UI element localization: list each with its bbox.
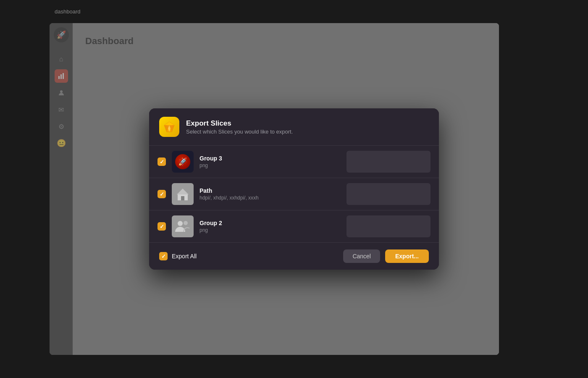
slice-preview-group3 — [346, 151, 430, 173]
svg-point-13 — [178, 221, 183, 226]
dialog-subtitle: Select which Slices you would like to ex… — [186, 129, 293, 135]
slice-info-group2: Group 2 png — [200, 220, 341, 233]
dialog-header-text: Export Slices Select which Slices you wo… — [186, 119, 293, 135]
slice-preview-group2 — [346, 215, 430, 237]
slice-name-path: Path — [200, 187, 341, 194]
top-bar-title: dashboard — [55, 8, 80, 15]
slice-name-group2: Group 2 — [200, 220, 341, 226]
slice-checkbox-group3[interactable] — [158, 158, 166, 166]
slice-name-group3: Group 3 — [200, 155, 341, 162]
slice-row-group3: Group 3 png — [149, 146, 439, 178]
export-button[interactable]: Export... — [385, 249, 429, 263]
slice-info-group3: Group 3 png — [200, 155, 341, 168]
svg-marker-11 — [177, 189, 189, 194]
svg-rect-12 — [181, 196, 184, 200]
slice-meta-group2: png — [200, 227, 341, 233]
slices-list: Group 3 png Path hdpi/, xhdpi/, xxhdpi/,… — [149, 146, 439, 242]
slice-meta-group3: png — [200, 163, 341, 168]
export-all-wrap: Export All — [159, 252, 343, 260]
slice-info-path: Path hdpi/, xhdpi/, xxhdpi/, xxxh — [200, 187, 341, 201]
export-all-label: Export All — [172, 253, 197, 260]
slice-thumb-group3 — [172, 151, 194, 173]
dialog-header: Export Slices Select which Slices you wo… — [149, 108, 439, 146]
slice-row-group2: Group 2 png — [149, 210, 439, 242]
export-slices-dialog: Export Slices Select which Slices you wo… — [149, 108, 439, 270]
people-icon — [174, 219, 191, 234]
export-all-checkbox[interactable] — [159, 252, 168, 260]
slice-thumb-group2 — [172, 215, 194, 237]
dialog-title: Export Slices — [186, 119, 293, 128]
dialog-footer: Export All Cancel Export... — [149, 242, 439, 270]
house-icon — [176, 187, 190, 201]
slice-thumb-path — [172, 183, 194, 205]
sketch-diamond-icon — [163, 121, 176, 133]
cancel-button[interactable]: Cancel — [343, 249, 380, 263]
slice-checkbox-path[interactable] — [158, 190, 166, 198]
footer-buttons: Cancel Export... — [343, 249, 429, 263]
slice-row-path: Path hdpi/, xhdpi/, xxhdpi/, xxxh — [149, 178, 439, 210]
slice-checkbox-group2[interactable] — [158, 222, 166, 231]
sketch-app-icon — [159, 117, 179, 137]
svg-point-14 — [184, 221, 188, 225]
slice-preview-path — [346, 183, 430, 205]
top-bar: dashboard — [0, 0, 588, 23]
slice-meta-path: hdpi/, xhdpi/, xxhdpi/, xxxh — [200, 195, 341, 201]
